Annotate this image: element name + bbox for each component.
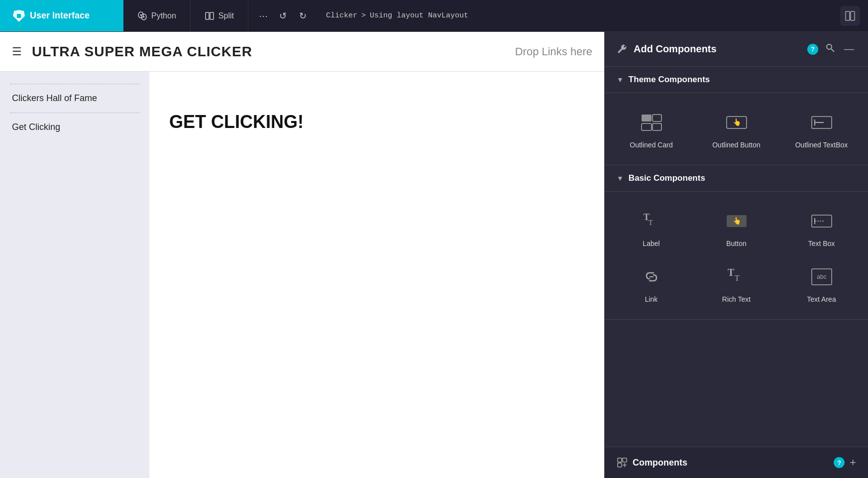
svg-text:abc: abc bbox=[817, 273, 826, 280]
component-textbox[interactable]: Text Box bbox=[779, 200, 864, 255]
rich-text-icon: T T bbox=[723, 263, 750, 290]
label-component-label: Label bbox=[643, 239, 659, 247]
rich-text-component-label: Rich Text bbox=[722, 295, 751, 303]
tab-split[interactable]: Split bbox=[191, 0, 248, 31]
drop-links-label: Drop Links here bbox=[515, 45, 592, 58]
svg-rect-10 bbox=[642, 115, 651, 121]
svg-point-2 bbox=[140, 14, 142, 15]
basic-components-grid: T T Label 👆 Button bbox=[605, 192, 868, 320]
svg-rect-12 bbox=[642, 123, 651, 130]
theme-chevron-icon: ▼ bbox=[617, 76, 624, 84]
component-label[interactable]: T T Label bbox=[609, 200, 694, 255]
tab-python-label: Python bbox=[151, 11, 176, 20]
svg-text:👆: 👆 bbox=[732, 217, 741, 225]
svg-text:👆: 👆 bbox=[732, 118, 741, 126]
link-component-label: Link bbox=[645, 295, 658, 303]
app-content: Clickers Hall of Fame Get Clicking GET C… bbox=[0, 72, 604, 478]
svg-rect-32 bbox=[623, 458, 627, 462]
sidebar-divider-mid bbox=[10, 113, 139, 113]
button-icon: 👆 bbox=[723, 208, 750, 235]
app-main: GET CLICKING! bbox=[149, 72, 604, 478]
python-icon bbox=[137, 11, 147, 21]
right-panel-header: Add Components ? — bbox=[605, 32, 868, 67]
tab-python[interactable]: Python bbox=[123, 0, 191, 31]
breadcrumb-sep: > bbox=[361, 11, 366, 20]
right-panel-title: Add Components bbox=[634, 43, 802, 55]
bottom-add-btn[interactable]: + bbox=[850, 456, 856, 469]
brand-tab[interactable]: User Interface bbox=[0, 0, 123, 31]
svg-rect-7 bbox=[851, 11, 855, 20]
preview-panel: ☰ ULTRA SUPER MEGA CLICKER Drop Links he… bbox=[0, 32, 604, 478]
outlined-button-icon: 👆 bbox=[723, 109, 750, 136]
sidebar-item-hall-of-fame-label: Clickers Hall of Fame bbox=[12, 93, 97, 103]
right-panel-minimize-btn[interactable]: — bbox=[842, 41, 856, 57]
breadcrumb: Clicker > Using layout NavLayout bbox=[318, 11, 476, 20]
textarea-component-label: Text Area bbox=[807, 295, 836, 303]
breadcrumb-path: Using layout NavLayout bbox=[370, 11, 468, 20]
brand-icon bbox=[12, 9, 26, 23]
svg-text:T: T bbox=[728, 267, 735, 278]
layout-icon bbox=[845, 10, 856, 21]
wrench-icon bbox=[617, 43, 629, 55]
svg-rect-11 bbox=[652, 115, 661, 121]
component-outlined-button[interactable]: 👆 Outlined Button bbox=[694, 101, 779, 157]
sidebar-item-get-clicking-label: Get Clicking bbox=[12, 122, 60, 132]
split-icon bbox=[205, 11, 215, 21]
link-icon bbox=[638, 263, 665, 290]
outlined-card-icon bbox=[638, 109, 665, 136]
brand-label: User Interface bbox=[30, 10, 90, 21]
outlined-textbox-label: Outlined TextBox bbox=[795, 141, 848, 149]
textarea-icon: abc bbox=[808, 263, 835, 290]
sidebar-item-hall-of-fame[interactable]: Clickers Hall of Fame bbox=[0, 88, 149, 109]
button-component-label: Button bbox=[726, 239, 746, 247]
topbar-actions: ⋯ ↺ ↻ bbox=[248, 7, 318, 25]
undo-btn[interactable]: ↺ bbox=[274, 7, 292, 25]
svg-rect-6 bbox=[846, 11, 850, 20]
main-heading: GET CLICKING! bbox=[169, 112, 304, 132]
component-rich-text[interactable]: T T Rich Text bbox=[694, 255, 779, 311]
component-outlined-textbox[interactable]: Outlined TextBox bbox=[779, 101, 864, 157]
app-title: ULTRA SUPER MEGA CLICKER bbox=[32, 44, 515, 60]
basic-components-title: Basic Components bbox=[629, 173, 705, 183]
outlined-button-label: Outlined Button bbox=[712, 141, 760, 149]
basic-chevron-icon: ▼ bbox=[617, 174, 624, 182]
theme-components-section-header[interactable]: ▼ Theme Components bbox=[605, 67, 868, 93]
tab-split-label: Split bbox=[218, 11, 234, 20]
svg-rect-33 bbox=[618, 463, 622, 467]
sidebar-item-get-clicking[interactable]: Get Clicking bbox=[0, 117, 149, 137]
svg-rect-13 bbox=[652, 123, 661, 130]
more-options-btn[interactable]: ⋯ bbox=[254, 7, 272, 25]
right-panel-help-btn[interactable]: ? bbox=[807, 44, 818, 55]
svg-text:T: T bbox=[735, 274, 740, 282]
app-header: ☰ ULTRA SUPER MEGA CLICKER Drop Links he… bbox=[0, 32, 604, 72]
svg-point-3 bbox=[143, 16, 145, 17]
search-icon bbox=[825, 43, 835, 53]
label-icon: T T bbox=[638, 208, 665, 235]
hamburger-btn[interactable]: ☰ bbox=[12, 45, 22, 58]
outlined-card-label: Outlined Card bbox=[630, 141, 672, 149]
right-panel: Add Components ? — ▼ Theme Components bbox=[604, 32, 868, 478]
bottom-components-title: Components bbox=[633, 458, 829, 468]
right-panel-search-btn[interactable] bbox=[823, 41, 837, 57]
textbox-component-label: Text Box bbox=[808, 239, 835, 247]
topbar-right bbox=[840, 6, 868, 26]
right-panel-bottom: Components ? + bbox=[605, 447, 868, 478]
sidebar-divider-top bbox=[10, 84, 139, 84]
breadcrumb-app: Clicker bbox=[326, 11, 357, 20]
svg-rect-4 bbox=[206, 12, 209, 19]
component-link[interactable]: Link bbox=[609, 255, 694, 311]
topbar-tabs: Python Split bbox=[123, 0, 248, 31]
topbar: User Interface Python Split ⋯ ↺ ↻ Clicke… bbox=[0, 0, 868, 32]
outlined-textbox-icon bbox=[808, 109, 835, 136]
redo-btn[interactable]: ↻ bbox=[294, 7, 312, 25]
svg-point-8 bbox=[827, 44, 832, 49]
bottom-help-btn[interactable]: ? bbox=[834, 457, 845, 468]
components-bottom-icon bbox=[617, 457, 628, 468]
component-button[interactable]: 👆 Button bbox=[694, 200, 779, 255]
layout-btn[interactable] bbox=[840, 6, 860, 26]
component-outlined-card[interactable]: Outlined Card bbox=[609, 101, 694, 157]
theme-components-grid: Outlined Card 👆 Outlined Button bbox=[605, 93, 868, 165]
basic-components-section-header[interactable]: ▼ Basic Components bbox=[605, 165, 868, 192]
svg-rect-5 bbox=[210, 12, 214, 19]
component-textarea[interactable]: abc Text Area bbox=[779, 255, 864, 311]
